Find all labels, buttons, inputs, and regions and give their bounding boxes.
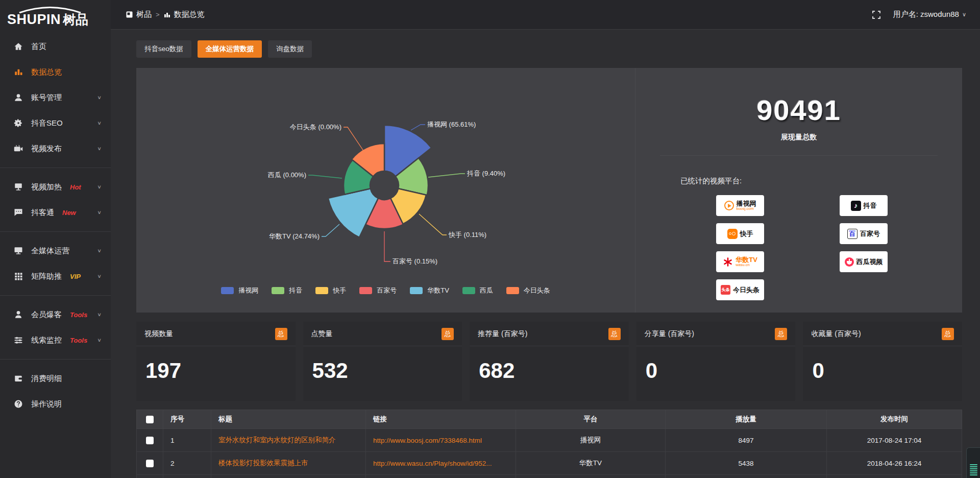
chat-icon (13, 207, 23, 218)
stat-card-3: 分享量 (百家号) 总 0 (636, 322, 796, 401)
legend-item-5[interactable]: 西瓜 (462, 286, 493, 295)
sidebar-item-video-heat[interactable]: 视频加热Hot∨ (0, 174, 111, 200)
platform-badge-toutiao: 头条今日头条 (716, 279, 764, 300)
legend-swatch (462, 287, 475, 294)
stat-card-value: 532 (303, 346, 462, 383)
username-label: 用户名: zswodun88 (893, 10, 959, 19)
content: 抖音seo数据全媒体运营数据询盘数据 播视网 (65.61%)抖音 (9.40%… (111, 30, 980, 478)
sidebar-item-account-management[interactable]: 账号管理∨ (0, 85, 111, 110)
stat-card-header: 分享量 (百家号) 总 (636, 322, 796, 346)
stat-card-2: 推荐量 (百家号) 总 682 (470, 322, 629, 401)
stat-card-1: 点赞量 总 532 (303, 322, 462, 401)
legend-label: 播视网 (238, 286, 258, 295)
sidebar-item-badge: New (62, 209, 76, 217)
sidebar-item-badge: Tools (70, 311, 87, 319)
sidebar-item-member-baoke[interactable]: 会员爆客Tools∨ (0, 302, 111, 327)
bar-chart-icon (13, 67, 23, 77)
sidebar-item-consume-detail[interactable]: 消费明细 (0, 366, 111, 391)
sidebar-item-home[interactable]: 首页 (0, 34, 111, 59)
floating-helper-widget[interactable] (966, 447, 980, 478)
legend-item-1[interactable]: 抖音 (272, 286, 302, 295)
tab-2[interactable]: 询盘数据 (268, 40, 312, 58)
select-all-checkbox[interactable] (146, 416, 154, 423)
breadcrumb-current[interactable]: 数据总览 (164, 10, 205, 19)
monitor-icon (13, 246, 23, 256)
legend-item-0[interactable]: 播视网 (221, 286, 258, 295)
tab-0[interactable]: 抖音seo数据 (136, 40, 191, 58)
breadcrumb-root[interactable]: 树品 (126, 10, 152, 19)
tab-1[interactable]: 全媒体运营数据 (198, 40, 262, 58)
legend-swatch (221, 287, 234, 294)
platform-name: 快手 (740, 230, 753, 237)
cell-link[interactable]: http://www.wasu.cn/Play/show/id/952... (366, 452, 516, 475)
toutiao-logo-icon: 头条 (721, 285, 730, 295)
sidebar-item-douyin-seo[interactable]: 抖音SEO∨ (0, 110, 111, 136)
washu-tv-logo-icon (723, 257, 733, 267)
sidebar-item-label: 消费明细 (31, 374, 62, 384)
pie-slice-4[interactable] (328, 188, 378, 237)
cell-title[interactable]: 室外水纹灯和室内水纹灯的区别和简介 (211, 429, 366, 452)
table-row-3 (137, 475, 962, 478)
chevron-down-icon: ∨ (962, 11, 966, 18)
platform-badge-xigua-video: 西瓜视频 (840, 251, 888, 272)
sidebar-item-clue-monitor[interactable]: 线索监控Tools∨ (0, 327, 111, 353)
home-icon (13, 41, 23, 52)
chart-legend: 播视网抖音快手百家号华数TV西瓜今日头条 (136, 286, 635, 295)
sidebar-item-label: 账号管理 (31, 93, 62, 103)
chevron-down-icon: ∨ (97, 337, 102, 343)
app-root: SHUPIN树品 首页数据总览账号管理∨抖音SEO∨视频发布∨视频加热Hot∨抖… (0, 0, 980, 478)
total-impressions-value: 90491 (635, 93, 962, 127)
pie-label: 播视网 (65.61%) (427, 121, 476, 128)
legend-item-2[interactable]: 快手 (315, 286, 346, 295)
cell-plays: 5438 (666, 452, 827, 475)
legend-label: 抖音 (289, 286, 302, 295)
sidebar-item-label: 全媒体运营 (31, 246, 69, 256)
logo-text-en: SHUPIN (7, 12, 61, 27)
table-row-2: 2 楼体投影灯投影效果震撼上市 http://www.wasu.cn/Play/… (137, 452, 962, 475)
pie-label: 今日头条 (0.00%) (290, 123, 341, 131)
xigua-video-logo-icon (845, 257, 854, 267)
cell-title[interactable]: 楼体投影灯投影效果震撼上市 (211, 452, 366, 475)
stat-card-header: 推荐量 (百家号) 总 (470, 322, 629, 346)
person-icon (13, 309, 23, 320)
table-header-row: 序号 标题 链接 平台 播放量 发布时间 (137, 410, 962, 429)
pie-label-line (308, 175, 342, 178)
cell-link[interactable] (366, 475, 516, 478)
sidebar-item-all-media-operation[interactable]: 全媒体运营∨ (0, 238, 111, 264)
sidebar-item-label: 抖客通 (31, 208, 54, 218)
breadcrumb-separator: > (156, 11, 160, 18)
row-checkbox[interactable] (146, 437, 154, 444)
row-checkbox[interactable] (146, 460, 154, 467)
platform-badge-kuaishou: 快手 (716, 223, 764, 244)
stat-card-title: 点赞量 (311, 329, 333, 339)
fullscreen-icon[interactable] (872, 10, 881, 19)
user-menu[interactable]: 用户名: zswodun88 ∨ (893, 10, 966, 19)
topbar-right: 用户名: zswodun88 ∨ (872, 10, 966, 19)
legend-item-6[interactable]: 今日头条 (506, 286, 550, 295)
video-publish-icon (13, 144, 23, 154)
stat-card-title: 推荐量 (百家号) (478, 329, 527, 339)
sidebar-item-matrix-boost[interactable]: 矩阵助推VIP∨ (0, 264, 111, 289)
cell-link[interactable]: http://www.boosj.com/7338468.html (366, 429, 516, 452)
video-table: 序号 标题 链接 平台 播放量 发布时间 1 室外水纹灯和室内水纹灯的区别和简介… (136, 410, 962, 478)
platform-sub: boosj.com (737, 207, 754, 211)
sidebar-item-data-overview[interactable]: 数据总览 (0, 59, 111, 85)
platform-name: 华数TV (736, 256, 757, 264)
sidebar-item-video-publish[interactable]: 视频发布∨ (0, 136, 111, 161)
stat-card-0: 视频数量 总 197 (136, 322, 296, 401)
sidebar-item-operation-guide[interactable]: 操作说明 (0, 391, 111, 417)
platform-sub: wasu.cn (736, 263, 750, 267)
cell-platform: 华数TV (516, 452, 666, 475)
total-badge: 总 (275, 328, 287, 340)
pie-label: 华数TV (24.74%) (269, 232, 320, 240)
user-icon (13, 92, 23, 103)
app-logo: SHUPIN树品 (0, 4, 111, 34)
cell-title[interactable] (211, 475, 366, 478)
sidebar-item-douketong[interactable]: 抖客通New∨ (0, 200, 111, 225)
legend-item-3[interactable]: 百家号 (359, 286, 397, 295)
sidebar-item-label: 矩阵助推 (31, 272, 62, 281)
legend-item-4[interactable]: 华数TV (410, 286, 449, 295)
sidebar-divider (0, 295, 111, 296)
chevron-down-icon: ∨ (97, 94, 102, 100)
chevron-down-icon: ∨ (97, 120, 102, 126)
